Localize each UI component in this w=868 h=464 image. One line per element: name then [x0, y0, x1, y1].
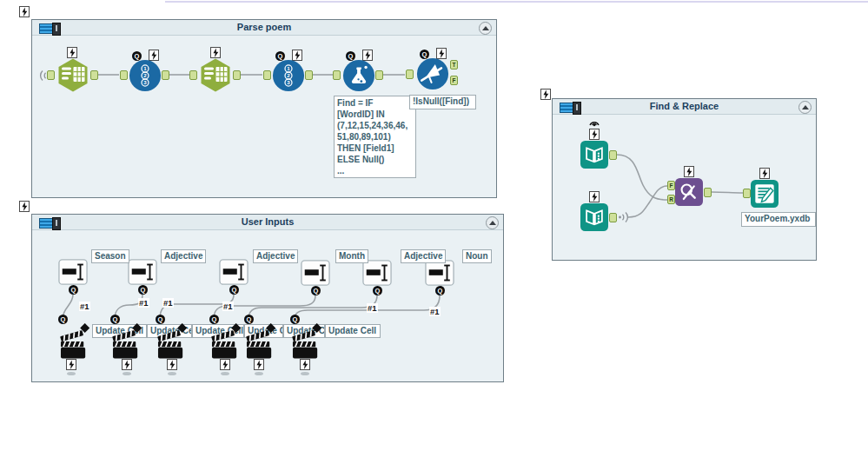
input-anchor[interactable]: [120, 70, 128, 80]
svg-text:3: 3: [143, 79, 147, 85]
svg-text:3: 3: [287, 79, 290, 85]
lightning-icon: [66, 359, 76, 370]
action-tool[interactable]: [292, 323, 322, 362]
output-anchor[interactable]: [704, 188, 712, 197]
input-anchor[interactable]: [406, 70, 414, 79]
wireless-out-icon: [255, 372, 263, 375]
filter-tool[interactable]: [416, 57, 449, 94]
lightning-icon: [540, 89, 551, 100]
chevron-up-icon: [802, 105, 809, 109]
lightning-icon: [122, 359, 132, 370]
filter-annotation[interactable]: !IsNull([Find]): [409, 95, 476, 109]
collapse-button[interactable]: [798, 101, 812, 114]
formula-tool[interactable]: [342, 59, 375, 96]
textbox-annotation[interactable]: Adjective: [401, 249, 446, 263]
output-anchor[interactable]: [233, 70, 241, 80]
action-tool[interactable]: [246, 323, 276, 362]
action-annotation[interactable]: Update Cell: [325, 324, 381, 338]
question-anchor[interactable]: Q: [311, 286, 321, 295]
input-anchor[interactable]: [743, 189, 751, 198]
lightning-icon: [759, 168, 770, 179]
question-anchor[interactable]: Q: [435, 286, 445, 295]
container-title: Parse poem: [32, 22, 496, 32]
svg-text:2: 2: [143, 72, 147, 78]
question-anchor[interactable]: Q: [138, 285, 148, 295]
wifi-icon: [588, 119, 600, 127]
container-user-inputs: User Inputs Q Q Q Q Q Q Season Adjective…: [31, 214, 504, 382]
text-input-tool[interactable]: [56, 57, 90, 96]
wireless-out-icon: [221, 372, 229, 375]
connection-label: #1: [429, 307, 441, 316]
find-input-anchor[interactable]: F: [667, 181, 675, 190]
true-output-anchor[interactable]: T: [450, 60, 458, 70]
input-anchor[interactable]: [333, 70, 341, 80]
lightning-icon: [19, 6, 30, 17]
textbox-annotation[interactable]: Season: [91, 249, 129, 263]
record-id-tool[interactable]: 1 2 3: [272, 59, 305, 96]
lightning-icon: [19, 201, 30, 212]
collapse-button[interactable]: [486, 216, 499, 229]
container-parse-poem: Parse poem Q 1 2 3 Q: [31, 19, 497, 198]
lightning-icon: [300, 359, 310, 370]
input-anchor[interactable]: [263, 70, 271, 80]
container-header[interactable]: User Inputs: [32, 215, 503, 230]
connection-label: #1: [367, 303, 378, 313]
svg-text:1: 1: [143, 65, 147, 71]
macro-input-tool[interactable]: [580, 141, 608, 172]
question-anchor[interactable]: Q: [373, 286, 382, 295]
textbox-annotation[interactable]: Month: [335, 249, 368, 263]
svg-text:2: 2: [287, 72, 290, 78]
replace-input-anchor[interactable]: R: [667, 195, 675, 204]
window-top-edge: [165, 1, 868, 3]
lightning-icon: [684, 166, 694, 177]
output-anchor[interactable]: [609, 150, 617, 160]
wireless-outgoing-icon: [619, 211, 629, 223]
input-anchor[interactable]: [47, 70, 55, 80]
output-anchor[interactable]: [162, 70, 169, 80]
container-find-replace: Find & Replace F R YourPoem.yxdb: [552, 98, 817, 261]
container-title: User Inputs: [32, 216, 503, 227]
wireless-out-icon: [123, 372, 131, 375]
lightning-icon: [589, 191, 600, 202]
output-anchor[interactable]: [305, 70, 313, 80]
find-replace-tool[interactable]: [675, 178, 703, 209]
output-anchor[interactable]: [375, 70, 383, 80]
connection-wires: [32, 20, 498, 199]
macro-input-tool[interactable]: [580, 203, 608, 235]
lightning-icon: [254, 359, 264, 370]
container-header[interactable]: Find & Replace: [553, 99, 816, 115]
connection-label: #1: [222, 302, 234, 311]
container-header[interactable]: Parse poem: [32, 20, 496, 36]
output-anchor[interactable]: [609, 213, 617, 222]
wireless-out-icon: [67, 372, 76, 375]
output-data-tool[interactable]: [751, 180, 779, 211]
textbox-annotation[interactable]: Adjective: [253, 249, 298, 263]
input-anchor[interactable]: [189, 70, 197, 80]
svg-text:1: 1: [287, 65, 290, 71]
question-anchor[interactable]: Q: [229, 285, 239, 295]
text-to-columns-tool[interactable]: [198, 57, 233, 96]
connection-label: #1: [79, 302, 90, 311]
textbox-annotation[interactable]: Noun: [462, 249, 492, 263]
chevron-up-icon: [489, 221, 496, 225]
connection-label: #1: [138, 298, 149, 308]
wireless-out-icon: [168, 372, 176, 375]
action-tool[interactable]: [112, 323, 142, 362]
container-title: Find & Replace: [553, 101, 816, 111]
connection-label: #1: [162, 298, 174, 308]
action-tool[interactable]: [60, 323, 90, 362]
output-annotation[interactable]: YourPoem.yxdb: [741, 212, 816, 227]
output-anchor[interactable]: [90, 70, 98, 80]
chevron-up-icon: [482, 26, 489, 30]
lightning-icon: [589, 129, 600, 140]
lightning-icon: [167, 359, 177, 370]
formula-annotation[interactable]: Find = IF [WordID] IN (7,12,15,24,36,46,…: [334, 96, 416, 178]
collapse-button[interactable]: [479, 22, 492, 35]
false-output-anchor[interactable]: F: [450, 76, 458, 85]
action-tool[interactable]: [157, 323, 188, 362]
wireless-out-icon: [301, 372, 309, 375]
question-anchor[interactable]: Q: [69, 285, 78, 295]
record-id-tool[interactable]: 1 2 3: [129, 59, 162, 96]
textbox-annotation[interactable]: Adjective: [161, 249, 206, 263]
action-tool[interactable]: [211, 323, 242, 362]
